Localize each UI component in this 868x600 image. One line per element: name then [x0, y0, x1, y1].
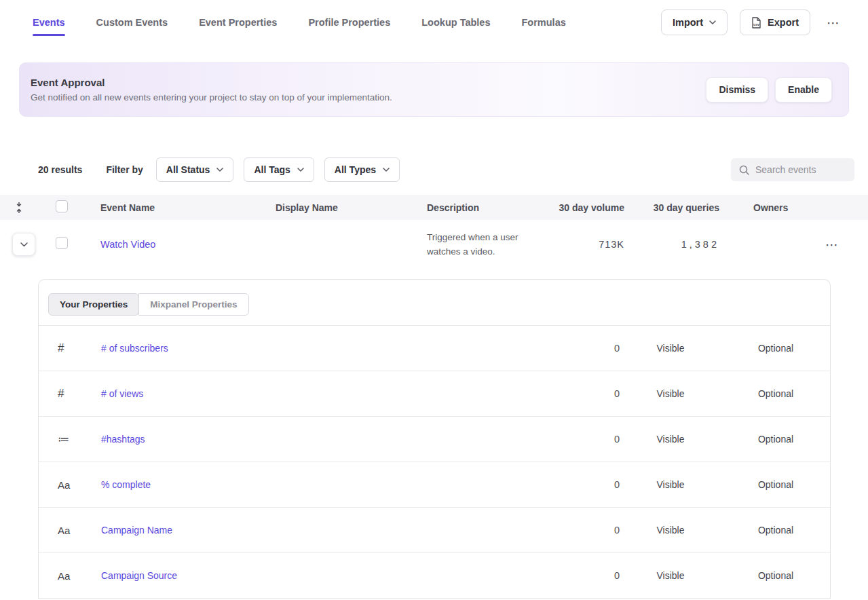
property-name-link[interactable]: #hashtags: [101, 434, 545, 445]
property-requirement: Optional: [721, 479, 830, 490]
property-visibility: Visible: [620, 525, 721, 536]
enable-button[interactable]: Enable: [775, 77, 832, 102]
tab-events[interactable]: Events: [33, 0, 65, 45]
select-all-cell: [38, 200, 100, 214]
banner-actions: Dismiss Enable: [706, 77, 832, 102]
text-type-icon: Aa: [39, 525, 101, 536]
lexicon-events-page: Events Custom Events Event Properties Pr…: [0, 0, 868, 600]
filter-row: 20 results Filter by All Status All Tags…: [0, 157, 868, 182]
nav-tabs: Events Custom Events Event Properties Pr…: [33, 0, 566, 45]
text-type-icon: Aa: [39, 570, 101, 582]
property-row: Aa % complete 0 Visible Optional: [39, 462, 830, 508]
row-more-menu-button[interactable]: ⋯: [808, 237, 838, 252]
property-requirement: Optional: [721, 570, 830, 581]
queries-cell: 1,382: [645, 239, 740, 250]
nav-actions: Import csv Export ⋯: [661, 10, 844, 35]
event-approval-banner: Event Approval Get notified on all new e…: [19, 62, 849, 117]
column-30-day-volume: 30 day volume: [556, 202, 645, 213]
event-row: Watch Video Triggered when a user watche…: [0, 220, 868, 269]
property-volume: 0: [545, 343, 620, 354]
export-file-icon: csv: [751, 17, 761, 29]
volume-cell: 713K: [556, 239, 645, 250]
description-cell: Triggered when a user watches a video.: [427, 230, 556, 259]
search-box: [731, 158, 854, 181]
select-all-checkbox[interactable]: [56, 200, 68, 212]
tab-event-properties[interactable]: Event Properties: [199, 0, 277, 45]
events-table-header: Event Name Display Name Description 30 d…: [0, 195, 868, 220]
tab-custom-events[interactable]: Custom Events: [96, 0, 168, 45]
row-checkbox[interactable]: [56, 237, 68, 249]
column-display-name: Display Name: [276, 202, 427, 213]
property-volume: 0: [545, 479, 620, 490]
svg-text:csv: csv: [753, 22, 760, 26]
number-type-icon: #: [39, 387, 101, 400]
properties-panel: Your Properties Mixpanel Properties # # …: [38, 279, 831, 599]
tab-lookup-tables[interactable]: Lookup Tables: [421, 0, 490, 45]
tags-filter-label: All Tags: [254, 164, 290, 175]
status-filter-label: All Status: [166, 164, 210, 175]
property-visibility: Visible: [620, 570, 721, 581]
property-row: Aa Campaign Source 0 Visible Optional: [39, 553, 830, 599]
property-visibility: Visible: [620, 479, 721, 490]
property-volume: 0: [545, 388, 620, 399]
property-visibility: Visible: [620, 388, 721, 399]
banner-text: Event Approval Get notified on all new e…: [31, 77, 392, 102]
more-menu-button[interactable]: ⋯: [823, 14, 844, 32]
tab-your-properties[interactable]: Your Properties: [48, 293, 139, 316]
property-name-link[interactable]: Campaign Source: [101, 570, 545, 581]
number-type-icon: #: [39, 341, 101, 355]
types-filter-label: All Types: [335, 164, 376, 175]
import-button[interactable]: Import: [661, 10, 728, 35]
tags-filter-dropdown[interactable]: All Tags: [244, 157, 314, 182]
column-owners: Owners: [740, 202, 808, 213]
property-requirement: Optional: [721, 388, 830, 399]
property-volume: 0: [545, 525, 620, 536]
column-description: Description: [427, 202, 556, 213]
import-label: Import: [673, 17, 703, 28]
chevron-down-icon: [297, 168, 304, 172]
property-row: ≔ #hashtags 0 Visible Optional: [39, 417, 830, 462]
property-volume: 0: [545, 570, 620, 581]
chevron-down-icon: [709, 20, 716, 24]
results-count: 20 results: [38, 164, 82, 175]
property-name-link[interactable]: # of subscribers: [101, 343, 545, 354]
chevron-down-icon: [216, 168, 223, 172]
properties-tabs: Your Properties Mixpanel Properties: [39, 280, 830, 326]
property-name-link[interactable]: Campaign Name: [101, 525, 545, 536]
banner-title: Event Approval: [31, 77, 392, 88]
tab-formulas[interactable]: Formulas: [522, 0, 566, 45]
column-event-name: Event Name: [100, 202, 276, 213]
property-visibility: Visible: [620, 343, 721, 354]
property-requirement: Optional: [721, 434, 830, 445]
filter-by-label: Filter by: [106, 164, 143, 175]
property-volume: 0: [545, 434, 620, 445]
property-name-link[interactable]: # of views: [101, 388, 545, 399]
property-requirement: Optional: [721, 525, 830, 536]
text-type-icon: Aa: [39, 479, 101, 491]
property-row: # # of subscribers 0 Visible Optional: [39, 326, 830, 371]
banner-description: Get notified on all new events entering …: [31, 92, 392, 102]
property-name-link[interactable]: % complete: [101, 479, 545, 490]
collapse-row-button[interactable]: [12, 233, 35, 256]
property-row: Aa Campaign Name 0 Visible Optional: [39, 508, 830, 553]
dismiss-button[interactable]: Dismiss: [706, 77, 768, 102]
expander-cell: [0, 233, 38, 256]
chevron-down-icon: [383, 168, 390, 172]
collapse-all-icon[interactable]: [0, 202, 38, 213]
export-button[interactable]: csv Export: [740, 10, 810, 35]
row-select-cell: [38, 237, 100, 252]
event-name-link[interactable]: Watch Video: [100, 239, 155, 250]
search-input[interactable]: [755, 164, 846, 175]
tab-mixpanel-properties[interactable]: Mixpanel Properties: [138, 293, 248, 316]
list-type-icon: ≔: [39, 432, 101, 447]
column-30-day-queries: 30 day queries: [645, 202, 740, 213]
export-label: Export: [768, 17, 799, 28]
tab-profile-properties[interactable]: Profile Properties: [308, 0, 390, 45]
top-navigation: Events Custom Events Event Properties Pr…: [0, 0, 868, 45]
property-requirement: Optional: [721, 343, 830, 354]
chevron-down-icon: [20, 242, 28, 247]
property-row: # # of views 0 Visible Optional: [39, 371, 830, 417]
search-icon: [739, 165, 749, 175]
status-filter-dropdown[interactable]: All Status: [156, 157, 234, 182]
types-filter-dropdown[interactable]: All Types: [324, 157, 400, 182]
